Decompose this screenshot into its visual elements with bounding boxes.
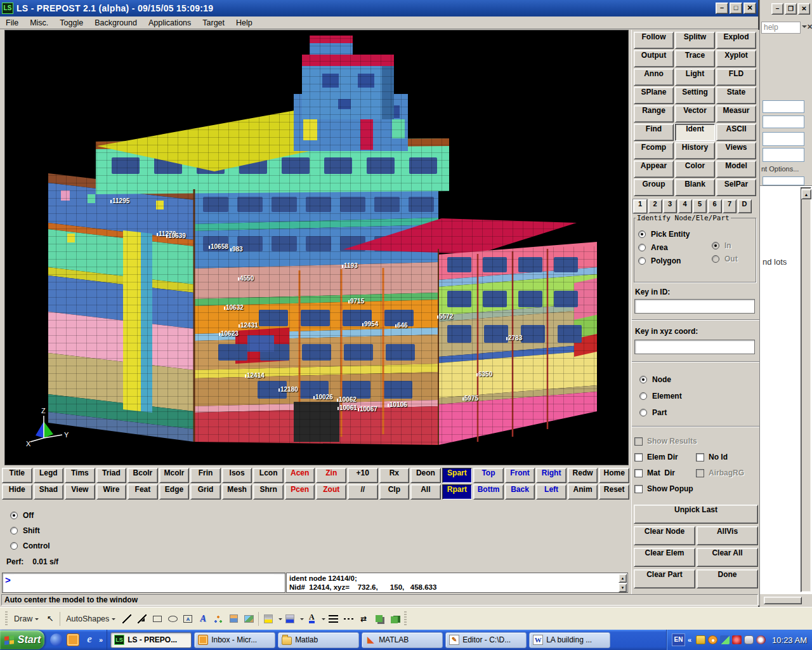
menu-file[interactable]: File [0,17,24,29]
taskpane-field[interactable] [763,148,804,162]
menu-toggle[interactable]: Toggle [54,17,89,29]
tray-collapse-icon[interactable]: « [688,636,691,644]
toolbar-button-back[interactable]: Back [505,484,535,500]
radio-mouse-shift[interactable]: Shift [10,526,50,535]
scroll-down-icon[interactable]: ▼ [619,583,627,592]
toolbar-button-clp[interactable]: Clp [379,484,410,500]
maximize-button[interactable]: □ [730,3,742,14]
draw-menu-button[interactable]: Draw [11,613,42,625]
close-icon[interactable]: ✕ [807,23,812,31]
taskpane-field[interactable] [763,132,804,146]
oval-tool-icon[interactable] [166,613,179,625]
menu-background[interactable]: Background [89,17,143,29]
clipart-icon[interactable] [227,613,240,625]
radio-entity-node[interactable]: Node [639,375,682,384]
panel-button-views[interactable]: Views [716,142,756,159]
radio-mouse-off[interactable]: Off [10,511,50,520]
menu-misc[interactable]: Misc. [24,17,54,29]
arrow-style-icon[interactable]: ⇄ [357,613,370,625]
panel-button-xyplot[interactable]: Xyplot [716,50,756,67]
diagram-icon[interactable] [212,613,225,625]
radio-dir-out[interactable]: Out [712,255,738,263]
model-tab-2[interactable]: 2 [648,199,662,213]
toolbar-button-pcen[interactable]: Pcen [285,484,315,500]
radio-pick-polygon[interactable]: Polygon [638,256,690,265]
panel-button-color[interactable]: Color [675,161,715,178]
panel-button-fld[interactable]: FLD [716,69,756,86]
chevron-down-icon[interactable] [300,618,304,622]
clock-tray-icon[interactable] [708,635,717,644]
panel-button-range[interactable]: Range [634,105,674,123]
toolbar-button-shad[interactable]: Shad [34,484,64,500]
panel-button-history[interactable]: History [675,142,715,159]
clear-elem-button[interactable]: Clear Elem [634,548,695,567]
ask-help-box[interactable]: help [761,22,801,34]
toolbar-button-edge[interactable]: Edge [159,484,190,500]
toolbar-grip[interactable] [404,611,407,627]
toolbar-button-lcon[interactable]: Lcon [253,468,284,483]
panel-button-blank[interactable]: Blank [675,179,715,196]
model-tab-7[interactable]: 7 [723,199,737,213]
toolbar-button-frin[interactable]: Frin [190,468,221,483]
toolbar-button-view[interactable]: View [65,484,95,500]
allvis-button[interactable]: AllVis [697,526,758,545]
checkbox-airbagrg[interactable]: AirbagRG [696,468,757,477]
wordart-icon[interactable]: A [197,613,209,625]
radio-entity-part[interactable]: Part [639,408,682,417]
toolbar-grip[interactable] [5,611,8,627]
command-input-box[interactable]: > [2,573,285,593]
radio-entity-element[interactable]: Element [639,392,682,401]
toolbar-button-bottm[interactable]: Bottm [473,484,504,500]
clear-all-button[interactable]: Clear All [697,548,758,567]
toolbar-button-deon[interactable]: Deon [410,468,441,483]
quick-launch-outlook-icon[interactable] [67,633,79,646]
messenger-tray-icon[interactable] [756,635,766,644]
toolbar-button-mesh[interactable]: Mesh [222,484,252,500]
checkbox-mat-dir[interactable]: Mat Dir [634,468,696,477]
taskpane-field[interactable] [763,116,804,128]
textbox-tool-icon[interactable]: A [181,613,194,625]
model-tab-1[interactable]: 1 [633,199,647,213]
panel-button-output[interactable]: Output [634,50,674,67]
menu-target[interactable]: Target [197,17,230,29]
toolbar-button-legd[interactable]: Legd [34,468,64,483]
quick-launch-ie-icon[interactable]: e [83,633,96,646]
bg-minimize-button[interactable]: – [771,3,783,15]
chevron-down-icon[interactable] [278,618,282,622]
title-bar[interactable]: LS LS - PREPOST 2.1 (alpha) - 09/15/05 1… [0,0,758,17]
toolbar-button-left[interactable]: Left [536,484,566,500]
panel-button-appear[interactable]: Appear [634,161,674,178]
panel-button-light[interactable]: Light [675,69,715,86]
panel-button-find[interactable]: Find [634,124,674,141]
model-tab-3[interactable]: 3 [663,199,677,213]
menu-applications[interactable]: Applications [143,17,197,29]
network-tray-icon[interactable] [720,635,730,644]
bg-restore-button[interactable]: ❐ [785,3,797,15]
panel-button-group[interactable]: Group [634,179,674,196]
toolbar-button-wire[interactable]: Wire [96,484,127,500]
chevron-down-icon[interactable] [322,618,325,622]
toolbar-button-+10[interactable]: +10 [348,468,378,483]
toolbar-button-all[interactable]: All [410,484,441,500]
minimize-button[interactable]: – [716,3,728,14]
start-button[interactable]: Start [0,630,44,649]
done-button[interactable]: Done [697,569,758,588]
panel-button-vector[interactable]: Vector [675,105,715,123]
mail-tray-icon[interactable] [696,635,705,644]
quick-launch-overflow-icon[interactable]: » [99,636,103,644]
toolbar-button-spart[interactable]: Spart [442,468,473,483]
autoshapes-menu-button[interactable]: AutoShapes [63,613,119,625]
task-button-outlook[interactable]: Inbox - Micr... [194,632,275,648]
panel-button-anno[interactable]: Anno [634,69,674,86]
panel-button-ident[interactable]: Ident [675,124,715,141]
toolbar-button-anim[interactable]: Anim [568,484,598,500]
line-color-icon[interactable] [284,613,296,625]
insert-picture-icon[interactable] [242,613,255,625]
panel-button-fcomp[interactable]: Fcomp [634,142,674,159]
options-link[interactable]: nt Options... [761,165,799,173]
toolbar-button-redw[interactable]: Redw [568,468,598,483]
panel-button-measur[interactable]: Measur [716,105,756,123]
task-button-word[interactable]: WLA building ... [529,632,610,648]
toolbar-button-tims[interactable]: Tims [65,468,95,483]
close-button[interactable]: ✕ [743,3,756,14]
